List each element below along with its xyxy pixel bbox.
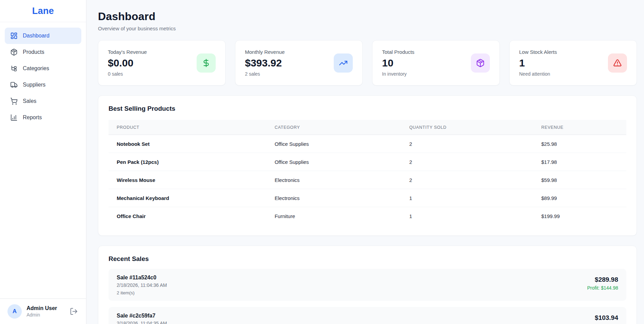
stat-iconbox xyxy=(608,53,627,73)
sale-amount: $103.94 xyxy=(590,314,618,322)
cell-category: Office Supplies xyxy=(266,141,401,147)
cell-product: Wireless Mouse xyxy=(109,177,266,183)
stat-iconbox xyxy=(197,53,216,73)
sidebar-item-suppliers[interactable]: Suppliers xyxy=(5,77,81,93)
cell-quantity-sold: 2 xyxy=(401,159,533,165)
app-logo: Lane xyxy=(0,6,86,16)
stat-label: Today's Revenue xyxy=(108,49,147,55)
sidebar-item-reports[interactable]: Reports xyxy=(5,109,81,126)
cell-category: Office Supplies xyxy=(266,159,401,165)
alert-icon xyxy=(613,59,622,67)
cell-quantity-sold: 1 xyxy=(401,195,533,201)
sidebar-item-label: Sales xyxy=(23,98,36,104)
column-header-revenue: Revenue xyxy=(533,125,626,130)
sale-items: 2 item(s) xyxy=(117,290,167,295)
categories-icon xyxy=(10,65,18,72)
cell-revenue: $59.98 xyxy=(533,177,626,183)
user-role: Admin xyxy=(27,312,65,318)
cell-quantity-sold: 2 xyxy=(401,141,533,147)
best-selling-panel: Best Selling Products Product Category Q… xyxy=(98,95,637,236)
sale-id: Sale #c2c59fa7 xyxy=(117,313,167,319)
table-row: Wireless Mouse Electronics 2 $59.98 xyxy=(109,171,626,189)
sidebar-nav: Dashboard Products Categories Suppliers … xyxy=(0,22,86,126)
cell-revenue: $199.99 xyxy=(533,213,626,219)
stat-iconbox xyxy=(471,53,490,73)
logo-wrap: Lane xyxy=(0,0,86,22)
cell-quantity-sold: 1 xyxy=(401,213,533,219)
cell-product: Notebook Set xyxy=(109,141,266,147)
sale-right: $289.98 Profit: $144.98 xyxy=(587,275,618,291)
cell-quantity-sold: 2 xyxy=(401,177,533,183)
stat-sub: In inventory xyxy=(382,71,414,77)
table-row: Office Chair Furniture 1 $199.99 xyxy=(109,207,626,225)
stat-label: Monthly Revenue xyxy=(245,49,285,55)
sidebar-item-label: Reports xyxy=(23,114,42,121)
table-row: Notebook Set Office Supplies 2 $25.98 xyxy=(109,135,626,153)
cell-product: Pen Pack (12pcs) xyxy=(109,159,266,165)
stat-texts: Total Products 10 In inventory xyxy=(382,49,414,77)
best-selling-table: Product Category Quantity Sold Revenue N… xyxy=(109,120,626,225)
sale-profit: Profit: $144.98 xyxy=(587,285,618,291)
stat-sub: Need attention xyxy=(519,71,557,77)
dollar-icon xyxy=(202,59,211,67)
cell-revenue: $89.99 xyxy=(533,195,626,201)
avatar: A xyxy=(7,304,22,319)
column-header-quantity-sold: Quantity Sold xyxy=(401,125,533,130)
recent-sales-title: Recent Sales xyxy=(109,255,626,263)
column-header-category: Category xyxy=(266,125,401,130)
recent-sales-panel: Recent Sales Sale #11a524c0 2/18/2026, 1… xyxy=(98,246,637,324)
table-header-row: Product Category Quantity Sold Revenue xyxy=(109,120,626,135)
table-row: Mechanical Keyboard Electronics 1 $89.99 xyxy=(109,189,626,207)
column-header-product: Product xyxy=(109,125,266,130)
sale-right: $103.94 Profit: $53.94 xyxy=(590,313,618,324)
sale-item: Sale #11a524c0 2/18/2026, 11:04:36 AM 2 … xyxy=(109,269,626,301)
cell-revenue: $25.98 xyxy=(533,141,626,147)
stat-label: Low Stock Alerts xyxy=(519,49,557,55)
sidebar-spacer xyxy=(0,126,86,298)
sidebar-item-products[interactable]: Products xyxy=(5,44,81,60)
stat-value: 1 xyxy=(519,57,557,69)
sale-left: Sale #c2c59fa7 2/18/2026, 11:04:35 AM 3 … xyxy=(117,313,167,324)
package-icon xyxy=(476,59,485,67)
stat-texts: Low Stock Alerts 1 Need attention xyxy=(519,49,557,77)
stat-iconbox xyxy=(334,53,353,73)
bar-chart-icon xyxy=(10,114,18,121)
sale-id: Sale #11a524c0 xyxy=(117,275,167,281)
stat-card: Total Products 10 In inventory xyxy=(372,40,500,86)
stat-texts: Today's Revenue $0.00 0 sales xyxy=(108,49,147,77)
sidebar-item-dashboard[interactable]: Dashboard xyxy=(5,28,81,44)
stat-value: 10 xyxy=(382,57,414,69)
sidebar-item-label: Dashboard xyxy=(23,33,49,39)
cell-category: Electronics xyxy=(266,177,401,183)
sidebar: Lane Dashboard Products Categories Suppl… xyxy=(0,0,86,324)
stat-card: Today's Revenue $0.00 0 sales xyxy=(98,40,226,86)
logout-button[interactable] xyxy=(70,307,79,316)
page-subtitle: Overview of your business metrics xyxy=(98,26,637,31)
sidebar-item-sales[interactable]: Sales xyxy=(5,93,81,109)
stat-card: Monthly Revenue $393.92 2 sales xyxy=(235,40,363,86)
trending-up-icon xyxy=(339,59,348,67)
sale-amount: $289.98 xyxy=(587,276,618,283)
sale-datetime: 2/18/2026, 11:04:36 AM xyxy=(117,282,167,288)
cell-product: Office Chair xyxy=(109,213,266,219)
page-title: Dashboard xyxy=(98,10,637,23)
cell-category: Electronics xyxy=(266,195,401,201)
cell-product: Mechanical Keyboard xyxy=(109,195,266,201)
truck-icon xyxy=(10,81,18,89)
sale-item: Sale #c2c59fa7 2/18/2026, 11:04:35 AM 3 … xyxy=(109,307,626,324)
stats-row: Today's Revenue $0.00 0 sales Monthly Re… xyxy=(98,40,637,86)
sidebar-item-label: Products xyxy=(23,49,44,55)
cart-icon xyxy=(10,97,18,105)
sidebar-item-categories[interactable]: Categories xyxy=(5,60,81,77)
table-body: Notebook Set Office Supplies 2 $25.98 Pe… xyxy=(109,135,626,225)
cell-category: Furniture xyxy=(266,213,401,219)
sidebar-item-label: Suppliers xyxy=(23,82,46,88)
stat-sub: 2 sales xyxy=(245,71,285,77)
stat-texts: Monthly Revenue $393.92 2 sales xyxy=(245,49,285,77)
user-name: Admin User xyxy=(27,305,65,311)
sale-datetime: 2/18/2026, 11:04:35 AM xyxy=(117,321,167,324)
stat-label: Total Products xyxy=(382,49,414,55)
recent-sales-list: Sale #11a524c0 2/18/2026, 11:04:36 AM 2 … xyxy=(109,269,626,324)
cell-revenue: $17.98 xyxy=(533,159,626,165)
main-content: Dashboard Overview of your business metr… xyxy=(86,0,644,324)
